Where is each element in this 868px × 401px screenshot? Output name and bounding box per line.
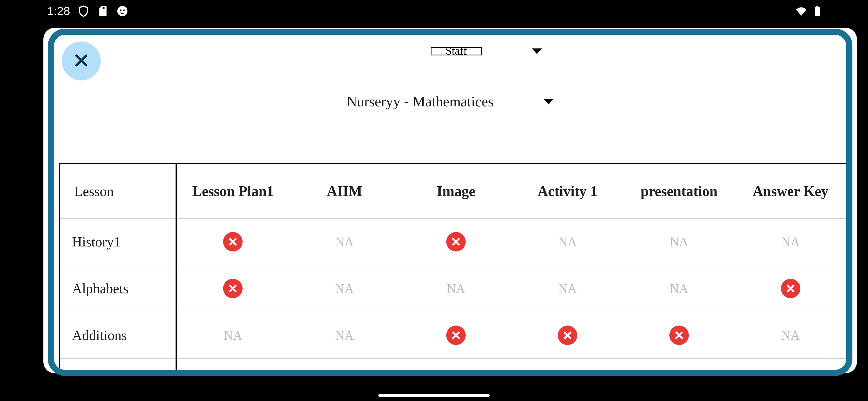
table-cell[interactable] [623,312,735,359]
svg-point-0 [117,6,127,17]
sd-card-icon [97,5,109,17]
staff-dropdown-label: Staff [431,47,482,55]
x-badge-icon[interactable] [781,279,800,298]
x-badge-icon[interactable] [669,325,689,345]
class-subject-label: Nurseryy - Mathematices [347,93,494,110]
lesson-row-label: History1 [60,219,176,265]
table-cell: NA [289,312,400,359]
table-cell: NA [289,219,400,265]
chevron-down-icon [532,49,542,54]
lesson-row-label: Additions [60,312,176,359]
wifi-icon [795,5,807,17]
table-cell: NA [735,312,846,359]
column-header: Activity 1 [512,164,623,219]
table-cell: NA [289,265,400,312]
table-cell: NA [400,265,512,312]
nav-handle[interactable] [378,394,490,397]
table-cell: NA [177,312,289,359]
column-header: presentation [623,164,735,219]
staff-dropdown[interactable]: Staff [431,47,542,55]
lesson-header: Lesson [60,164,176,219]
x-badge-icon[interactable] [223,232,243,252]
table-cell[interactable] [400,312,512,359]
x-badge-icon[interactable] [446,325,466,345]
table-cell[interactable] [177,265,289,312]
shield-icon [78,5,90,17]
battery-icon [811,5,824,17]
table-cell: NA [512,219,623,265]
lesson-row-label: Alphabets [60,265,176,312]
face-icon [116,5,128,17]
class-subject-dropdown[interactable]: Nurseryy - Mathematices [347,93,554,110]
column-header: Lesson Plan1 [177,164,289,219]
lesson-table: Lesson History1AlphabetsAdditions Lesson… [59,163,846,370]
x-badge-icon[interactable] [223,279,243,298]
table-cell[interactable] [400,219,512,265]
table-cell: NA [735,219,846,265]
svg-rect-3 [815,7,820,16]
column-header: Image [400,164,512,219]
dialog: Staff Nurseryy - Mathematices Lesson His… [48,29,852,376]
table-cell: NA [623,219,735,265]
column-header: AIIM [289,164,400,219]
table-cell[interactable] [512,312,623,359]
status-time: 1:28 [47,4,70,18]
svg-rect-4 [816,6,818,7]
svg-point-1 [120,9,122,11]
column-header: Answer Key [735,164,846,219]
status-bar: 1:28 [0,0,868,22]
table-cell: NA [512,265,623,312]
table-cell[interactable] [177,219,289,265]
table-cell: NA [623,265,735,312]
x-badge-icon[interactable] [446,232,466,252]
table-cell[interactable] [735,265,846,312]
app-frame: Staff Nurseryy - Mathematices Lesson His… [43,28,857,373]
x-badge-icon[interactable] [558,325,577,345]
chevron-down-icon [544,99,554,105]
svg-point-2 [123,9,125,11]
